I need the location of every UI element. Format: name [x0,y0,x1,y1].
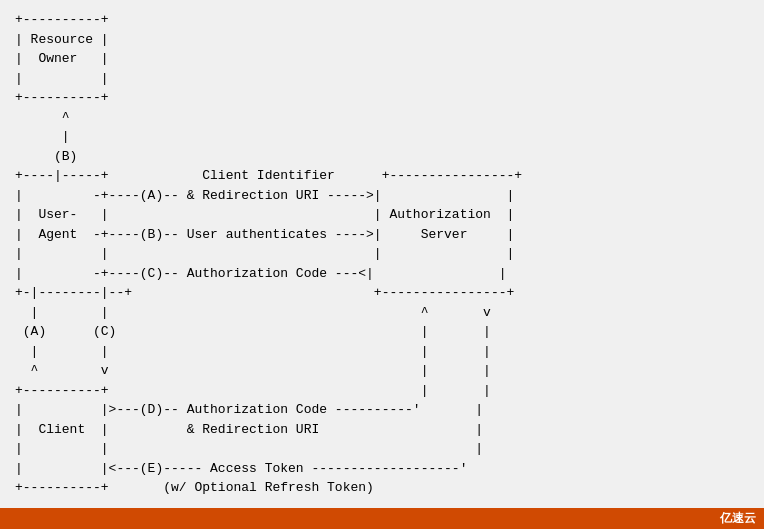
footer-brand: 亿速云 [720,510,756,527]
footer-bar: 亿速云 [0,508,764,530]
diagram-content: +----------+ | Resource | | Owner | | | … [0,0,764,508]
